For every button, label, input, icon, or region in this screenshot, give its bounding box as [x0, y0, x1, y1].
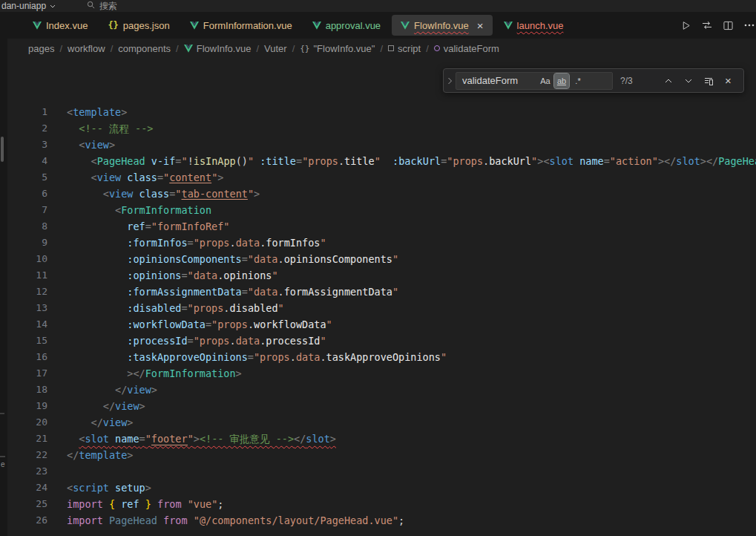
sidebar-edge-mark — [0, 413, 4, 414]
breadcrumb-item-vuter[interactable]: Vuter — [264, 43, 287, 54]
code-line[interactable]: 18 </view> — [7, 382, 756, 398]
line-number: 20 — [7, 414, 47, 431]
breadcrumb-item-validateform[interactable]: validateForm — [434, 43, 499, 54]
code-line[interactable]: 11 :opinions="data.opinions" — [7, 267, 756, 284]
code-line[interactable]: 4 <PageHead v-if="!isInApp()" :title="pr… — [7, 153, 756, 169]
code-line[interactable]: 8 ref="formInfoRef" — [7, 218, 756, 235]
code-line[interactable]: 26import PageHead from "@/components/lay… — [7, 512, 756, 529]
line-number: 21 — [7, 431, 47, 447]
code-line[interactable]: 6 <view class="tab-content"> — [7, 186, 756, 202]
code-token — [67, 335, 127, 347]
code-token: = — [206, 318, 211, 330]
code-line[interactable]: 15 :processId="props.data.processId" — [7, 333, 756, 349]
code-token: " — [320, 237, 326, 249]
code-line[interactable]: 7 <FormInformation — [7, 202, 756, 218]
code-token: slot — [85, 433, 109, 445]
find-input[interactable] — [462, 75, 536, 86]
code-token: " — [145, 433, 151, 445]
code-line[interactable]: 10 :opinionsComponents="data.opinionsCom… — [7, 251, 756, 267]
code-line[interactable]: 2 <!-- 流程 --> — [7, 120, 756, 137]
tab-approval-vue[interactable]: approval.vue — [303, 15, 389, 36]
previous-match-button[interactable] — [660, 73, 676, 88]
code-token: " — [320, 335, 326, 347]
code-line[interactable]: 22</template> — [7, 447, 756, 463]
line-number: 17 — [7, 365, 47, 382]
tab-forminformation-vue[interactable]: FormInformation.vue — [181, 15, 301, 36]
code-token: import — [67, 514, 103, 526]
find-in-selection-button[interactable] — [700, 73, 716, 88]
code-line[interactable]: 20 </view> — [7, 414, 756, 431]
tab-index-vue[interactable]: Index.vue — [24, 15, 96, 36]
code-token: " — [188, 433, 194, 445]
code-line[interactable]: 12 :formAssignmentData="data.formAssignm… — [7, 284, 756, 300]
more-actions-icon[interactable] — [744, 24, 755, 27]
code-line-content: <view> — [67, 137, 115, 153]
code-token: "props — [302, 155, 338, 167]
code-line[interactable]: 14 :workflowData="props.workflowData" — [7, 316, 756, 333]
code-line[interactable]: 1<template> — [7, 104, 756, 120]
workspace-menu[interactable]: dan-uniapp — [0, 1, 62, 11]
command-center-search[interactable]: 搜索 — [87, 0, 117, 13]
code-token: " — [441, 351, 447, 363]
breadcrumb-item-workflow[interactable]: workflow — [68, 43, 105, 54]
regex-toggle[interactable]: .* — [571, 73, 585, 88]
breadcrumb-item-flowinfo-vue[interactable]: FlowInfo.vue — [184, 43, 252, 54]
sidebar-edge-mark — [1, 137, 4, 162]
tab-label: FlowInfo.vue — [414, 20, 469, 31]
code-token — [67, 171, 91, 183]
code-line[interactable]: 25import { ref } from "vue"; — [7, 496, 756, 512]
code-token — [67, 253, 127, 265]
toggle-replace-button[interactable] — [444, 69, 456, 92]
code-line[interactable]: 21 <slot name="footer"><!-- 审批意见 --></sl… — [7, 431, 756, 447]
code-line[interactable]: 23 — [7, 463, 756, 480]
code-line-content: <view class="tab-content"> — [67, 186, 260, 202]
code-area[interactable]: 1<template>2 <!-- 流程 -->3 <view>4 <PageH… — [7, 58, 756, 529]
code-line-content: :opinionsComponents="data.opinionsCompon… — [67, 251, 398, 267]
close-find-icon[interactable]: × — [720, 73, 736, 88]
code-token: view — [103, 416, 128, 428]
code-line-content: </view> — [67, 382, 157, 398]
code-line[interactable]: 16 :taskApproveOpinions="props.data.task… — [7, 349, 756, 365]
tab-flowinfo-vue[interactable]: FlowInfo.vue× — [392, 15, 492, 36]
match-case-toggle[interactable]: Aa — [538, 73, 553, 88]
breadcrumb-item-components[interactable]: components — [118, 43, 171, 54]
breadcrumb-separator: / — [380, 43, 383, 54]
tab-launch-vue[interactable]: launch.vue — [495, 15, 573, 36]
find-widget: Aa ab .* ?/3 — [443, 68, 744, 93]
code-token: < — [543, 155, 549, 167]
code-token — [67, 237, 127, 249]
code-line-content: :formInfos="props.data.formInfos" — [67, 235, 326, 251]
whole-word-toggle[interactable]: ab — [554, 73, 569, 88]
code-token — [151, 498, 157, 510]
split-editor-icon[interactable] — [723, 21, 733, 30]
code-token: opinionsComponents — [284, 253, 392, 265]
code-token: template — [73, 106, 121, 118]
line-number: 8 — [7, 218, 47, 235]
code-token: view — [85, 139, 109, 151]
code-line[interactable]: 24<script setup> — [7, 480, 756, 496]
code-line[interactable]: 17 ></FormInformation> — [7, 365, 756, 382]
code-line[interactable]: 9 :formInfos="props.data.formInfos" — [7, 235, 756, 251]
editor[interactable]: Aa ab .* ?/3 — [7, 58, 756, 536]
open-changes-icon[interactable] — [702, 21, 712, 30]
breadcrumb-item-script[interactable]: script — [388, 43, 421, 54]
code-line[interactable]: 13 :disabled="props.disabled" — [7, 300, 756, 316]
code-line[interactable]: 3 <view> — [7, 137, 756, 153]
code-token: . — [248, 318, 254, 330]
code-token: v-if — [151, 155, 176, 167]
line-number: 13 — [7, 300, 47, 316]
tab-pages-json[interactable]: {}pages.json — [99, 15, 178, 36]
code-token: . — [229, 237, 235, 249]
run-icon[interactable] — [681, 21, 691, 30]
next-match-button[interactable] — [680, 73, 696, 88]
breadcrumb-item--flowinfo-vue-[interactable]: {}"FlowInfo.vue" — [300, 43, 375, 54]
breadcrumb-item-pages[interactable]: pages — [28, 43, 54, 54]
tab-label: Index.vue — [46, 20, 88, 31]
code-token: <!-- 审批意见 --> — [200, 433, 294, 445]
close-tab-icon[interactable]: × — [477, 20, 484, 31]
code-token: " — [392, 286, 398, 298]
code-line[interactable]: 19 </view> — [7, 398, 756, 414]
code-line[interactable]: 5 <view class="content"> — [7, 169, 756, 186]
code-token: . — [338, 155, 344, 167]
line-number: 15 — [7, 333, 47, 349]
